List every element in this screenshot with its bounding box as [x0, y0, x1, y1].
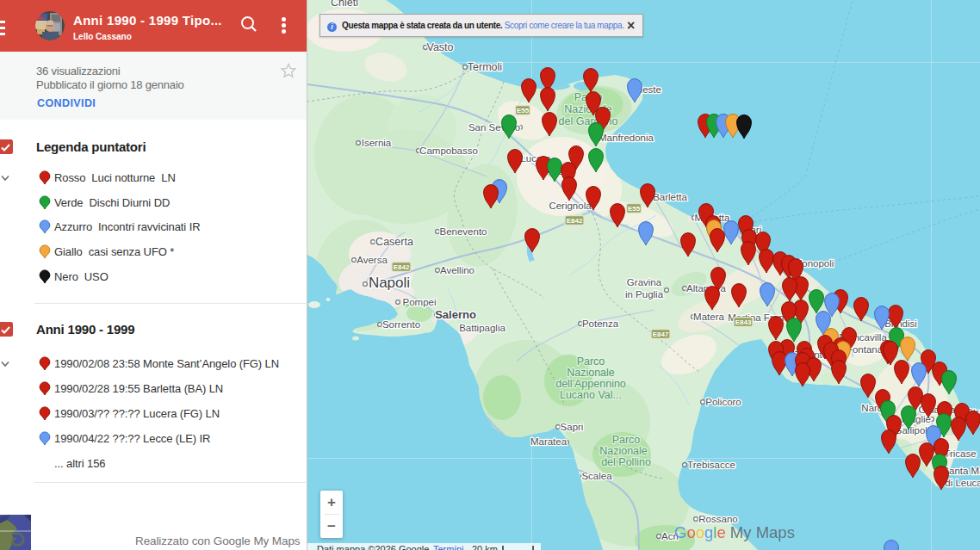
- svg-text:E55: E55: [628, 205, 641, 213]
- svg-text:del Pollino: del Pollino: [601, 456, 651, 468]
- svg-text:Lucano Val...: Lucano Val...: [560, 389, 622, 401]
- svg-text:E847: E847: [653, 331, 669, 338]
- svg-text:Sapri: Sapri: [561, 422, 584, 432]
- svg-text:Termoli: Termoli: [468, 61, 502, 73]
- svg-text:Chieti: Chieti: [331, 0, 358, 9]
- svg-text:E842: E842: [394, 263, 410, 271]
- svg-text:E842: E842: [567, 217, 583, 225]
- svg-text:Cerignola: Cerignola: [549, 201, 592, 211]
- svg-text:Battipaglia: Battipaglia: [459, 323, 506, 333]
- svg-text:E843: E843: [735, 318, 752, 326]
- svg-text:Tricase: Tricase: [944, 448, 976, 459]
- svg-text:in Puglia: in Puglia: [625, 289, 664, 300]
- svg-text:Caserta: Caserta: [375, 236, 413, 248]
- svg-text:Sorrento: Sorrento: [382, 319, 420, 330]
- svg-text:Aversa: Aversa: [357, 255, 388, 265]
- svg-text:Scalea: Scalea: [581, 471, 612, 481]
- svg-text:Salerno: Salerno: [435, 308, 476, 321]
- svg-text:Campobasso: Campobasso: [419, 145, 478, 156]
- svg-text:Barletta: Barletta: [653, 192, 687, 202]
- svg-text:Potenza: Potenza: [582, 318, 619, 329]
- svg-text:Maratea: Maratea: [530, 436, 568, 447]
- svg-text:Policoro: Policoro: [705, 397, 741, 407]
- svg-text:Isernia: Isernia: [362, 138, 392, 148]
- svg-text:Benevento: Benevento: [440, 226, 487, 237]
- svg-text:Nazionale: Nazionale: [567, 367, 615, 379]
- svg-text:Parco: Parco: [577, 355, 605, 368]
- svg-text:Pompei: Pompei: [403, 297, 437, 307]
- svg-text:Nazionale: Nazionale: [599, 445, 648, 457]
- svg-text:E55: E55: [517, 107, 530, 114]
- svg-text:Avellino: Avellino: [440, 265, 474, 275]
- svg-text:Vasto: Vasto: [426, 41, 453, 53]
- svg-text:Manfredonia: Manfredonia: [599, 133, 654, 143]
- svg-text:Parco: Parco: [612, 434, 641, 446]
- svg-text:Matera: Matera: [693, 312, 724, 322]
- svg-text:di Leuca: di Leuca: [945, 478, 980, 488]
- svg-text:dell'Appennino: dell'Appennino: [555, 378, 626, 390]
- svg-text:Gravina: Gravina: [627, 277, 662, 287]
- svg-text:Napoli: Napoli: [369, 275, 410, 291]
- svg-text:Trebisacce: Trebisacce: [687, 460, 735, 470]
